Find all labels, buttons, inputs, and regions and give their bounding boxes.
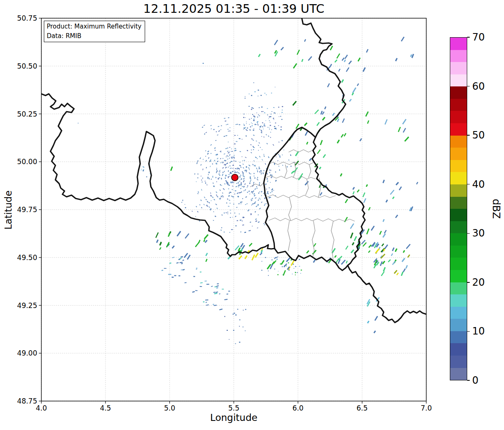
svg-text:4.0: 4.0 <box>36 404 47 412</box>
colorbar-tick-label: 50 <box>472 130 485 140</box>
colorbar-segment <box>450 148 467 160</box>
colorbar-tick-label: 60 <box>472 81 485 91</box>
svg-text:7.0: 7.0 <box>420 404 432 412</box>
colorbar-tick-label: 40 <box>472 179 485 189</box>
colorbar <box>450 37 467 380</box>
colorbar-segment <box>450 86 467 99</box>
colorbar-segment <box>450 319 467 331</box>
colorbar-segment <box>450 246 467 258</box>
colorbar-segment <box>450 343 467 356</box>
radar-echoes <box>78 36 418 344</box>
colorbar-segment <box>450 258 467 270</box>
colorbar-segment <box>450 160 467 172</box>
radar-figure: 12.11.2025 01:35 - 01:39 UTC 4.04.55.05.… <box>0 0 504 430</box>
colorbar-tick-label: 70 <box>472 32 485 42</box>
colorbar-tick <box>467 86 470 86</box>
colorbar-segment <box>450 197 467 209</box>
svg-text:50.75: 50.75 <box>17 14 37 22</box>
colorbar-segment <box>450 111 467 123</box>
data-source-line: Data: RMIB <box>47 31 141 41</box>
svg-text:49.50: 49.50 <box>17 253 37 262</box>
colorbar-tick-label: 0 <box>472 375 478 385</box>
colorbar-tick <box>467 282 470 282</box>
y-axis-label: Latitude <box>3 185 14 235</box>
svg-text:6.0: 6.0 <box>292 404 303 412</box>
svg-text:5.5: 5.5 <box>228 404 239 412</box>
product-info-box: Product: Maximum Reflectivity Data: RMIB <box>44 21 145 42</box>
colorbar-segment <box>450 331 467 344</box>
product-line: Product: Maximum Reflectivity <box>47 22 141 31</box>
colorbar-segment <box>450 184 467 197</box>
colorbar-tick-label: 20 <box>472 277 485 287</box>
radar-site-marker <box>232 174 238 181</box>
colorbar-segment <box>450 62 467 74</box>
colorbar-segment <box>450 356 467 368</box>
colorbar-segment <box>450 282 467 295</box>
colorbar-segment <box>450 38 467 50</box>
svg-text:48.75: 48.75 <box>17 397 37 405</box>
colorbar-segment <box>450 74 467 87</box>
colorbar-segment <box>450 221 467 234</box>
map-svg: 4.04.55.05.56.06.57.050.7550.5050.2550.0… <box>0 0 504 430</box>
colorbar-tick-label: 30 <box>472 228 485 238</box>
svg-text:6.5: 6.5 <box>356 404 368 412</box>
svg-text:50.50: 50.50 <box>17 62 37 70</box>
svg-text:4.5: 4.5 <box>100 404 111 412</box>
colorbar-segment <box>450 270 467 282</box>
colorbar-tick <box>467 135 470 135</box>
svg-text:50.00: 50.00 <box>17 158 37 166</box>
colorbar-tick-label: 10 <box>472 326 485 336</box>
colorbar-tick <box>467 184 470 184</box>
colorbar-segment <box>450 123 467 136</box>
colorbar-segment <box>450 294 467 307</box>
x-axis-label: Longitude <box>41 412 426 423</box>
colorbar-segment <box>450 172 467 184</box>
colorbar-segment <box>450 368 467 380</box>
svg-text:5.0: 5.0 <box>164 404 175 412</box>
colorbar-segment <box>450 209 467 221</box>
colorbar-segment <box>450 307 467 319</box>
svg-text:49.25: 49.25 <box>17 301 37 310</box>
colorbar-tick <box>467 331 470 332</box>
colorbar-tick <box>467 233 470 234</box>
colorbar-segment <box>450 136 467 148</box>
svg-text:49.00: 49.00 <box>17 349 37 357</box>
axis-ticks <box>39 18 426 404</box>
colorbar-tick <box>467 380 470 380</box>
admin-borders <box>250 150 355 260</box>
colorbar-segment <box>450 50 467 62</box>
colorbar-tick <box>467 37 470 37</box>
svg-text:49.75: 49.75 <box>17 205 37 214</box>
colorbar-segment <box>450 99 467 111</box>
colorbar-label: dBZ <box>490 199 502 219</box>
svg-text:50.25: 50.25 <box>17 110 37 118</box>
colorbar-segment <box>450 233 467 246</box>
